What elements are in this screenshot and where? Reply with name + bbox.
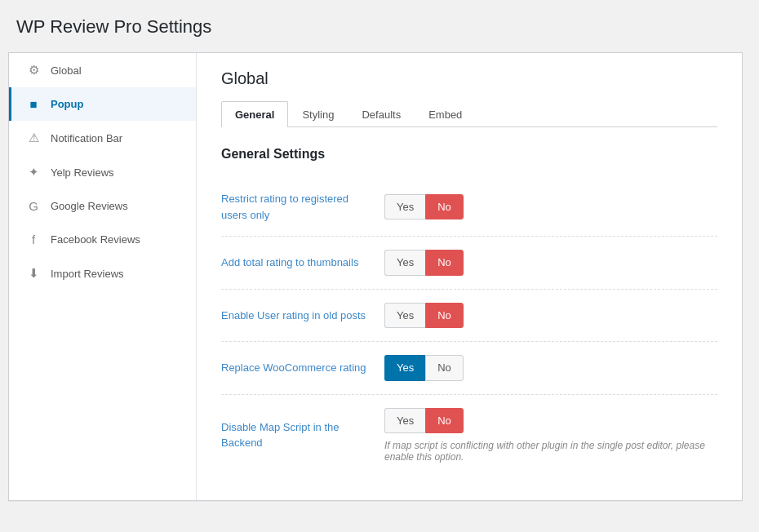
import-reviews-icon: ⬇ <box>24 266 42 281</box>
helper-text-disable-map-script: If map script is conflicting with other … <box>384 440 717 463</box>
setting-control-disable-map-script: YesNoIf map script is conflicting with o… <box>384 408 717 463</box>
yes-button-add-total-rating[interactable]: Yes <box>384 250 425 276</box>
settings-list: Restrict rating to registered users only… <box>221 178 717 476</box>
setting-row-enable-user-rating: Enable User rating in old postsYesNo <box>221 290 717 343</box>
sidebar-item-label: Facebook Reviews <box>51 233 140 246</box>
setting-label-restrict-rating: Restrict rating to registered users only <box>221 191 384 223</box>
page-title: WP Review Pro Settings <box>8 16 743 38</box>
setting-control-add-total-rating: YesNo <box>384 250 464 276</box>
content-area: Global GeneralStylingDefaultsEmbed Gener… <box>197 53 742 500</box>
tab-general[interactable]: General <box>221 101 288 127</box>
global-icon: ⚙ <box>24 63 42 78</box>
setting-row-restrict-rating: Restrict rating to registered users only… <box>221 178 717 237</box>
toggle-group-restrict-rating: YesNo <box>384 194 464 220</box>
no-button-enable-user-rating[interactable]: No <box>425 303 464 329</box>
setting-label-add-total-rating: Add total rating to thumbnails <box>221 255 384 271</box>
no-button-disable-map-script[interactable]: No <box>425 408 464 434</box>
no-button-replace-woocommerce[interactable]: No <box>425 355 464 381</box>
toggle-group-disable-map-script: YesNo <box>384 408 717 434</box>
popup-icon: ■ <box>24 97 42 111</box>
sidebar-item-label: Notification Bar <box>51 132 122 144</box>
setting-row-replace-woocommerce: Replace WooCommerce ratingYesNo <box>221 342 717 395</box>
section-title: General Settings <box>221 147 717 162</box>
no-button-restrict-rating[interactable]: No <box>425 194 464 220</box>
setting-row-add-total-rating: Add total rating to thumbnailsYesNo <box>221 237 717 290</box>
sidebar-item-popup[interactable]: ■ Popup <box>9 87 196 121</box>
setting-row-disable-map-script: Disable Map Script in the BackendYesNoIf… <box>221 395 717 477</box>
setting-label-enable-user-rating: Enable User rating in old posts <box>221 308 384 324</box>
sidebar-item-label: Popup <box>51 98 83 110</box>
facebook-reviews-icon: f <box>24 233 42 246</box>
no-button-add-total-rating[interactable]: No <box>425 250 464 276</box>
sidebar-item-facebook-reviews[interactable]: f Facebook Reviews <box>9 223 196 256</box>
sidebar: ⚙ Global ■ Popup ⚠ Notification Bar ✦ Ye… <box>9 53 197 500</box>
content-title: Global <box>221 69 717 88</box>
setting-label-disable-map-script: Disable Map Script in the Backend <box>221 419 384 451</box>
sidebar-item-google-reviews[interactable]: G Google Reviews <box>9 189 196 223</box>
sidebar-item-label: Yelp Reviews <box>51 166 114 179</box>
setting-control-enable-user-rating: YesNo <box>384 303 464 329</box>
toggle-group-add-total-rating: YesNo <box>384 250 464 276</box>
sidebar-item-yelp-reviews[interactable]: ✦ Yelp Reviews <box>9 155 196 189</box>
yelp-reviews-icon: ✦ <box>24 165 42 180</box>
yes-button-restrict-rating[interactable]: Yes <box>384 194 425 220</box>
yes-button-replace-woocommerce[interactable]: Yes <box>384 355 425 381</box>
notification-bar-icon: ⚠ <box>24 131 42 145</box>
setting-control-restrict-rating: YesNo <box>384 194 464 220</box>
tabs-container: GeneralStylingDefaultsEmbed <box>221 101 717 127</box>
yes-button-enable-user-rating[interactable]: Yes <box>384 303 425 329</box>
tab-defaults[interactable]: Defaults <box>348 101 415 127</box>
toggle-group-enable-user-rating: YesNo <box>384 303 464 329</box>
sidebar-item-label: Global <box>51 64 82 77</box>
sidebar-item-global[interactable]: ⚙ Global <box>9 53 196 87</box>
google-reviews-icon: G <box>24 199 42 213</box>
tab-embed[interactable]: Embed <box>415 101 476 127</box>
yes-button-disable-map-script[interactable]: Yes <box>384 408 425 434</box>
toggle-group-replace-woocommerce: YesNo <box>384 355 464 381</box>
setting-control-replace-woocommerce: YesNo <box>384 355 464 381</box>
sidebar-item-label: Import Reviews <box>51 268 124 280</box>
sidebar-item-import-reviews[interactable]: ⬇ Import Reviews <box>9 256 196 290</box>
setting-label-replace-woocommerce: Replace WooCommerce rating <box>221 360 384 376</box>
sidebar-item-label: Google Reviews <box>51 200 128 212</box>
tab-styling[interactable]: Styling <box>288 101 348 127</box>
sidebar-item-notification-bar[interactable]: ⚠ Notification Bar <box>9 121 196 155</box>
